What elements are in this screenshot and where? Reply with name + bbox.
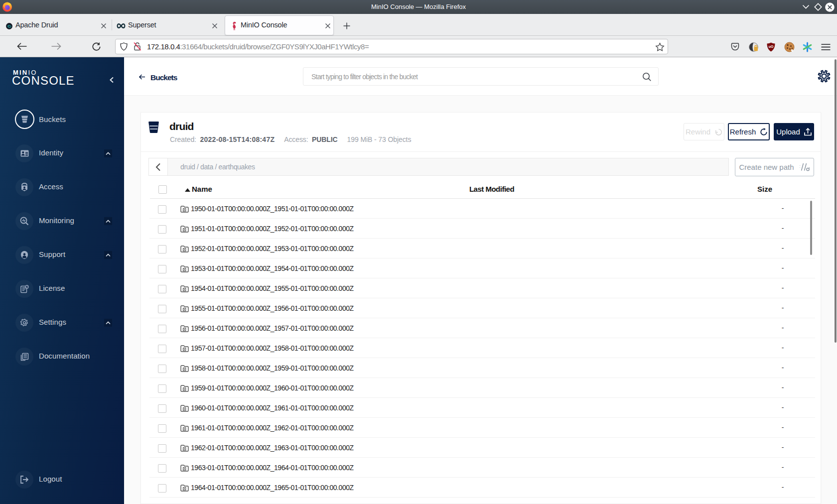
svg-text:uO: uO [769, 45, 774, 48]
